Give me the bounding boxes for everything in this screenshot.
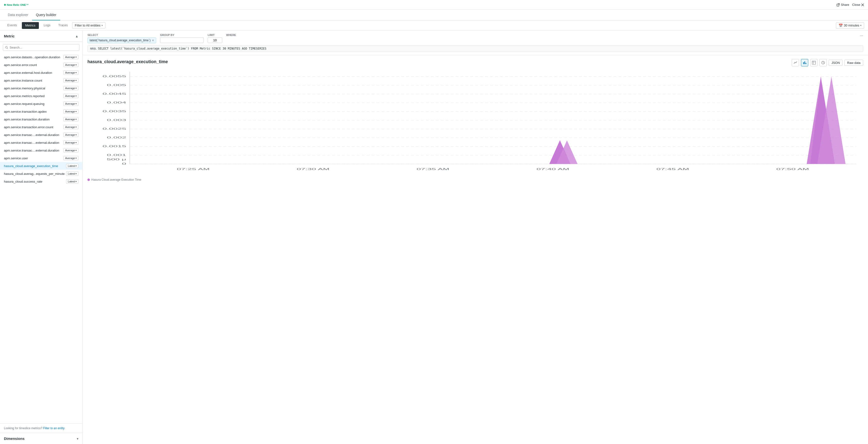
select-tags: latest(`hasura_cloud.average_execution_t… xyxy=(87,37,156,43)
select-label: SELECT xyxy=(87,33,156,36)
pie-chart-button[interactable] xyxy=(819,59,827,66)
metric-name: apm.service.transaction.error.count xyxy=(4,125,53,129)
chevron-down-icon: ▾ xyxy=(101,24,103,27)
metric-name: hasura_cloud.average_execution_time xyxy=(4,164,58,168)
main-layout: Metric ▲ apm.service.datasto...operation… xyxy=(0,31,868,444)
metric-item[interactable]: apm.service.metrics.reported Average ▾ xyxy=(0,92,82,100)
aggregator-button[interactable]: Average ▾ xyxy=(63,156,79,160)
json-button[interactable]: JSON xyxy=(829,60,842,66)
remove-tag-button[interactable]: × xyxy=(152,38,154,42)
dimensions-expand-icon[interactable]: ▾ xyxy=(77,437,79,441)
metric-search-box xyxy=(3,44,80,51)
aggregator-button[interactable]: Average ▾ xyxy=(63,109,79,114)
limit-input[interactable] xyxy=(208,37,222,43)
svg-text:0.004: 0.004 xyxy=(107,101,126,104)
line-chart-icon xyxy=(794,61,797,65)
aggregator-button[interactable]: Average ▾ xyxy=(63,94,79,98)
metric-item[interactable]: hasura_cloud.average_execution_time Late… xyxy=(0,162,82,170)
metric-item[interactable]: apm.service.transaction.duration Average… xyxy=(0,115,82,123)
metric-name: apm.service.instance.count xyxy=(4,79,42,82)
svg-text:0.0035: 0.0035 xyxy=(102,110,126,113)
metric-item[interactable]: apm.service.user Average ▾ xyxy=(0,154,82,162)
raw-data-button[interactable]: Raw data xyxy=(844,60,863,66)
aggregator-button[interactable]: Average ▾ xyxy=(63,148,79,153)
nrql-text: SELECT latest(`hasura_cloud.average_exec… xyxy=(98,47,267,50)
svg-text:07:25 AM: 07:25 AM xyxy=(177,167,210,170)
aggregator-button[interactable]: Latest ▾ xyxy=(66,164,79,168)
svg-rect-5 xyxy=(804,61,805,64)
metric-item[interactable]: apm.service.instance.count Average ▾ xyxy=(0,76,82,84)
svg-text:0.0055: 0.0055 xyxy=(102,75,126,78)
pie-chart-icon xyxy=(821,61,825,65)
metric-item[interactable]: apm.service.error.count Average ▾ xyxy=(0,61,82,69)
sidebar: Metric ▲ apm.service.datasto...operation… xyxy=(0,31,83,444)
share-button[interactable]: Share xyxy=(836,3,849,6)
aggregator-button[interactable]: Average ▾ xyxy=(63,140,79,145)
aggregator-button[interactable]: Average ▾ xyxy=(63,78,79,83)
metric-item[interactable]: apm.service.transac....external.duration… xyxy=(0,139,82,147)
more-options-button[interactable]: ··· xyxy=(860,33,863,38)
aggregator-button[interactable]: Average ▾ xyxy=(63,125,79,129)
tab-logs[interactable]: Logs xyxy=(40,21,54,31)
svg-text:0.0045: 0.0045 xyxy=(102,92,126,95)
metric-item[interactable]: apm.service.datasto...operation.duration… xyxy=(0,53,82,61)
svg-rect-7 xyxy=(812,61,815,64)
chart-header: hasura_cloud.average_execution_time xyxy=(87,59,863,67)
tab-events[interactable]: Events xyxy=(4,21,21,31)
filter-entity-link[interactable]: Filter to an entity xyxy=(43,426,65,430)
collapse-icon[interactable]: ▲ xyxy=(75,34,79,38)
aggregator-button[interactable]: Latest ▾ xyxy=(66,171,79,176)
metric-item[interactable]: hasura_cloud.averag...equests_per_minute… xyxy=(0,170,82,178)
tab-data-explorer[interactable]: Data explorer xyxy=(4,10,32,21)
aggregator-button[interactable]: Latest ▾ xyxy=(66,179,79,184)
metric-name: hasura_cloud.success_rate xyxy=(4,180,42,183)
metric-item[interactable]: apm.service.memory.physical Average ▾ xyxy=(0,84,82,92)
aggregator-button[interactable]: Average ▾ xyxy=(63,86,79,90)
filter-button[interactable]: Filter to All entities ▾ xyxy=(72,22,105,28)
metric-item[interactable]: hasura_cloud.success_rate Latest ▾ xyxy=(0,178,82,185)
aggregator-button[interactable]: Average ▾ xyxy=(63,133,79,137)
metric-item[interactable]: apm.service.transaction.error.count Aver… xyxy=(0,123,82,131)
second-tab-bar: Events Metrics Logs Traces Filter to All… xyxy=(0,21,868,31)
dimensions-title: Dimensions xyxy=(4,437,25,441)
group-by-input[interactable] xyxy=(160,37,204,43)
query-section: SELECT latest(`hasura_cloud.average_exec… xyxy=(83,31,868,55)
aggregator-button[interactable]: Average ▾ xyxy=(63,63,79,67)
svg-rect-4 xyxy=(803,62,804,64)
chart-legend: Hasura Cloud.average Execution Time xyxy=(87,178,863,182)
aggregator-button[interactable]: Average ▾ xyxy=(63,117,79,122)
bar-chart-button[interactable] xyxy=(801,59,808,66)
line-chart-button[interactable] xyxy=(792,59,799,66)
aggregator-button[interactable]: Average ▾ xyxy=(63,70,79,75)
metric-item[interactable]: apm.service.transaction.apdex Average ▾ xyxy=(0,107,82,115)
metric-item[interactable]: apm.service.request.queuing Average ▾ xyxy=(0,100,82,107)
svg-text:0.003: 0.003 xyxy=(107,119,126,122)
top-bar-left: ◈ New Relic ONE™ xyxy=(4,3,29,6)
metric-item[interactable]: apm.service.transac....external.duration… xyxy=(0,147,82,154)
time-button[interactable]: 📅 30 minutes ▾ xyxy=(836,22,864,29)
svg-line-12 xyxy=(823,63,824,63)
search-input[interactable] xyxy=(9,46,77,49)
aggregator-button[interactable]: Average ▾ xyxy=(63,101,79,106)
aggregator-button[interactable]: Average ▾ xyxy=(63,55,79,59)
metric-item[interactable]: apm.service.external.host.duration Avera… xyxy=(0,69,82,76)
svg-text:0: 0 xyxy=(122,162,126,165)
tab-query-builder[interactable]: Query builder xyxy=(32,10,60,21)
metric-name: apm.service.user xyxy=(4,156,28,160)
limit-group: LIMIT xyxy=(208,33,222,43)
tab-metrics[interactable]: Metrics xyxy=(22,22,39,29)
close-icon xyxy=(861,3,864,6)
table-button[interactable] xyxy=(810,59,817,66)
svg-rect-6 xyxy=(806,63,806,64)
select-group: SELECT latest(`hasura_cloud.average_exec… xyxy=(87,33,156,43)
metric-item[interactable]: apm.service.transac....external.duration… xyxy=(0,131,82,139)
chart-controls: JSON Raw data xyxy=(792,59,863,66)
select-tag: latest(`hasura_cloud.average_execution_t… xyxy=(87,37,156,43)
nrql-row: NRQL SELECT latest(`hasura_cloud.average… xyxy=(87,45,863,52)
chart-area: hasura_cloud.average_execution_time xyxy=(83,55,868,444)
tab-traces[interactable]: Traces xyxy=(55,21,71,31)
close-button[interactable]: Close xyxy=(852,3,864,6)
metric-name: apm.service.transaction.duration xyxy=(4,118,50,121)
metric-name: apm.service.transac....external.duration xyxy=(4,141,59,145)
metric-name: apm.service.transaction.apdex xyxy=(4,110,46,114)
